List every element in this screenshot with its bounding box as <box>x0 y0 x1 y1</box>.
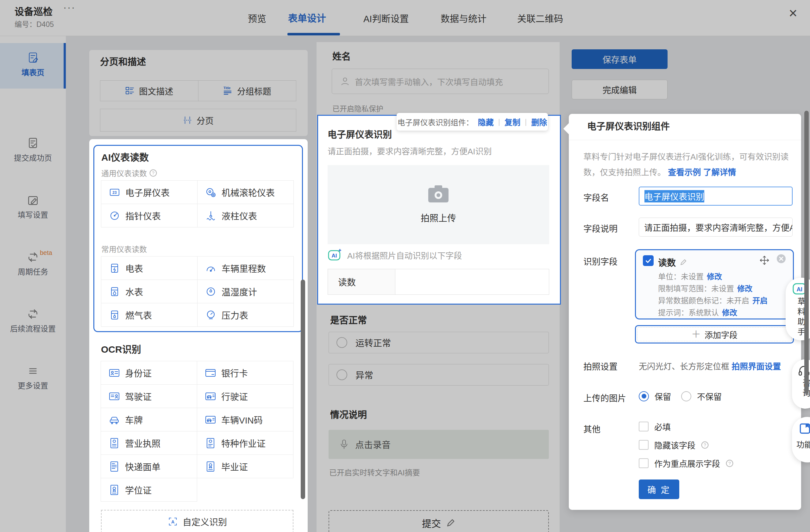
checkbox-required[interactable]: 必填 <box>639 421 671 432</box>
svg-text:AI: AI <box>331 253 337 259</box>
delete-component-link[interactable]: 删除 <box>531 116 547 128</box>
component-vehicle-license[interactable]: 行驶证 <box>197 384 293 408</box>
settings-panel-title: 电子屏仪表识别组件 <box>587 119 670 132</box>
meter-component-desc: 请正面拍摄，要求内容清晰完整，方便AI识别 <box>328 145 492 156</box>
recognized-field-row: 读数 <box>328 269 549 295</box>
component-digital-meter[interactable]: 23 电子屏仪表 <box>101 180 197 204</box>
enable-color-link[interactable]: 开启 <box>752 296 767 305</box>
component-business-license[interactable]: 营业执照 <box>101 431 197 455</box>
express-sheet-icon <box>109 461 120 472</box>
question-icon[interactable]: ? <box>701 441 709 449</box>
component-liquid-column-meter[interactable]: 液柱仪表 <box>197 204 294 228</box>
recognize-field-card: 读数 单位：未设置修改 限制填写范围：未设置修改 异常数据颜色标记：未开启开启 <box>635 249 794 319</box>
modify-prompt-link[interactable]: 修改 <box>722 309 737 317</box>
library-scrollbar-thumb[interactable] <box>301 280 305 499</box>
learn-more-link[interactable]: 了解详情 <box>703 168 736 177</box>
pressure-gauge-icon <box>205 309 216 321</box>
plus-icon: ＋ <box>691 330 701 339</box>
checkbox-hide-field[interactable]: 隐藏该字段 ? <box>639 439 709 451</box>
window-scrollbar-thumb[interactable] <box>804 111 809 394</box>
modify-range-link[interactable]: 修改 <box>737 284 752 293</box>
digital-screen-icon: 23 <box>109 187 120 198</box>
modify-unit-link[interactable]: 修改 <box>707 272 722 281</box>
feature-pill[interactable]: 功能 <box>792 417 810 462</box>
custom-recognition-button[interactable]: A 自定义识别 <box>101 510 293 532</box>
field-name-input[interactable]: 电子屏仪表识别 <box>639 187 793 205</box>
panel-divider <box>569 140 801 140</box>
photo-ui-settings-link[interactable]: 拍照界面设置 <box>731 362 781 371</box>
field-name-label: 字段名 <box>583 191 609 203</box>
ocr-grid: 身份证 银行卡 驾驶证 行驶证 车牌 <box>101 361 293 502</box>
common-meter-grid: 电表 车辆里程数 水表 温湿度计 <box>101 256 294 327</box>
question-icon[interactable]: ? <box>726 460 733 467</box>
vehicle-license-icon <box>205 390 216 402</box>
component-water-meter[interactable]: 水表 <box>101 280 197 303</box>
checkbox-icon <box>639 440 649 450</box>
svg-text:?: ? <box>728 461 731 466</box>
custom-ocr-icon: A <box>167 516 178 527</box>
business-license-icon <box>109 437 120 449</box>
drag-move-icon[interactable] <box>759 255 770 265</box>
ai-badge-icon: AI <box>328 249 342 261</box>
component-express-sheet[interactable]: 快递面单 <box>101 454 197 478</box>
abnormal-color-row: 异常数据颜色标记：未开启开启 <box>658 295 767 305</box>
component-thermo-hygrometer[interactable]: 温湿度计 <box>197 280 294 303</box>
panel-description: 草料专门针对电子屏仪表进行AI强化训练，可有效识别读数，仅支持拍照上传。 查看示… <box>583 149 795 180</box>
water-meter-icon <box>109 286 120 297</box>
electric-meter-icon <box>109 263 120 274</box>
checkbox-icon <box>639 458 649 468</box>
component-driver-license[interactable]: 驾驶证 <box>101 384 197 408</box>
unit-setting-row: 单位：未设置修改 <box>658 270 722 282</box>
component-electric-meter[interactable]: 电表 <box>101 256 197 280</box>
remove-field-icon[interactable] <box>776 254 786 264</box>
component-degree-cert[interactable]: 学位证 <box>101 478 197 502</box>
ocr-section-title: OCR识别 <box>101 342 141 355</box>
bookmark-square-icon <box>799 422 810 435</box>
field-desc-input[interactable]: 请正面拍摄，要求内容清晰完整，方便AI识别 <box>639 218 793 237</box>
component-vin-code[interactable]: 车辆VIN码 <box>197 408 293 431</box>
odometer-icon <box>205 263 216 274</box>
component-roller-meter[interactable]: 机械滚轮仪表 <box>197 180 294 204</box>
component-special-work-cert[interactable]: 特种作业证 <box>197 431 293 455</box>
question-icon[interactable]: ? <box>149 169 157 177</box>
component-car-plate[interactable]: 车牌 <box>101 408 197 431</box>
radio-no-keep[interactable]: 不保留 <box>681 390 722 402</box>
recognize-fields-label: 识别字段 <box>583 255 618 267</box>
add-field-button[interactable]: ＋ 添加字段 <box>635 325 794 344</box>
component-id-card[interactable]: 身份证 <box>101 361 197 385</box>
component-pressure-gauge[interactable]: 压力表 <box>197 303 294 327</box>
svg-text:AI: AI <box>796 286 803 293</box>
confirm-button[interactable]: 确 定 <box>639 480 679 499</box>
radio-selected-icon <box>639 391 649 401</box>
upload-image-label: 上传的图片 <box>583 392 626 404</box>
checkbox-highlight-field[interactable]: 作为重点展示字段 ? <box>639 458 733 469</box>
edit-pencil-icon[interactable] <box>680 259 687 266</box>
component-settings-panel: 电子屏仪表识别组件 草料专门针对电子屏仪表进行AI强化训练，可有效识别读数，仅支… <box>569 114 801 510</box>
copy-component-link[interactable]: 复制 <box>505 116 520 128</box>
driver-license-icon <box>109 390 120 402</box>
view-example-link[interactable]: 查看示例 <box>668 168 701 177</box>
component-diploma[interactable]: 毕业证 <box>197 454 293 478</box>
range-setting-row: 限制填写范围：未设置修改 <box>658 282 752 294</box>
degree-cert-icon <box>109 484 120 496</box>
component-toolbar: 电子屏仪表识别组件： 隐藏 | 复制 | 删除 <box>396 113 548 131</box>
component-odometer[interactable]: 车辆里程数 <box>197 256 294 280</box>
field-desc-label: 字段说明 <box>583 222 618 234</box>
svg-text:?: ? <box>152 170 155 176</box>
component-pointer-meter[interactable]: 指针仪表 <box>101 204 197 228</box>
gas-meter-icon <box>109 309 120 321</box>
component-library-card: AI仪表读数 通用仪表读数 ? 23 电子屏仪表 <box>89 139 308 532</box>
selected-meter-component[interactable]: 电子屏仪表识别 请正面拍摄，要求内容清晰完整，方便AI识别 拍照上传 AI AI… <box>317 115 561 304</box>
ai-meter-title: AI仪表读数 <box>101 150 149 164</box>
component-bank-card[interactable]: 银行卡 <box>197 361 293 385</box>
svg-text:?: ? <box>704 443 706 448</box>
radio-keep[interactable]: 保留 <box>639 390 671 402</box>
photo-upload-area[interactable]: 拍照上传 <box>328 165 549 244</box>
bank-card-icon <box>205 367 216 379</box>
general-meter-label: 通用仪表读数 ? <box>101 167 157 178</box>
checkbox-checked-icon[interactable] <box>643 255 654 266</box>
hide-component-link[interactable]: 隐藏 <box>478 116 494 128</box>
component-gas-meter[interactable]: 燃气表 <box>101 303 197 327</box>
car-front-icon <box>109 414 120 426</box>
feature-label: 功能 <box>796 438 810 450</box>
